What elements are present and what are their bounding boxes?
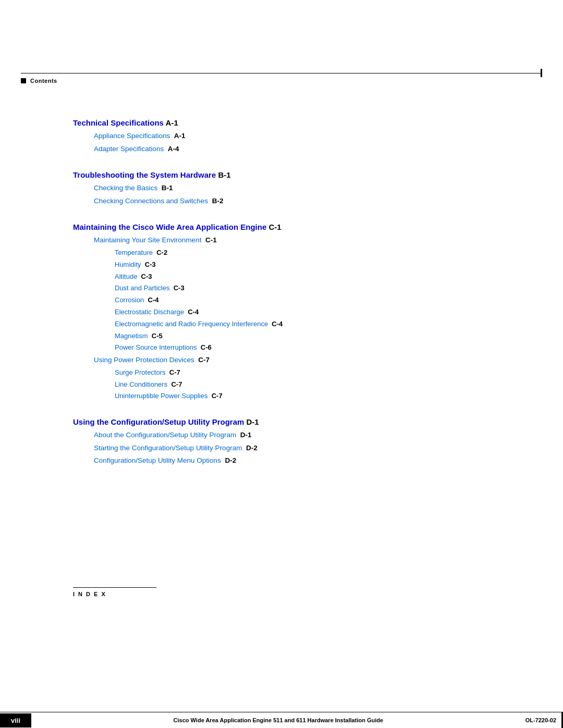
item-surge-protectors[interactable]: Surge Protectors C-7 [115, 367, 490, 378]
page-container: Contents Technical Specifications A-1 Ap… [0, 0, 563, 728]
item-temperature[interactable]: Temperature C-2 [115, 248, 490, 258]
item-magnetism[interactable]: Magnetism C-5 [115, 331, 490, 342]
section-title-maintaining: Maintaining the Cisco Wide Area Applicat… [73, 223, 266, 231]
section-technical-specs[interactable]: Technical Specifications A-1 [73, 118, 490, 127]
index-divider [73, 587, 156, 588]
section-page-troubleshooting: B-1 [218, 170, 230, 179]
section-page-maintaining: C-1 [268, 223, 281, 231]
contents-label: Contents [30, 78, 57, 84]
section-title-technical: Technical Specifications [73, 118, 164, 127]
footer-doc-number: OL-7220-02 [525, 717, 561, 723]
top-rule-area [0, 73, 563, 73]
item-using-power-protection[interactable]: Using Power Protection Devices C-7 [94, 354, 490, 366]
page-number: viii [0, 713, 31, 727]
section-page-technical: A-1 [166, 118, 178, 127]
index-area: I n d e x [0, 587, 563, 597]
item-config-menu-options[interactable]: Configuration/Setup Utility Menu Options… [94, 455, 490, 466]
item-corrosion[interactable]: Corrosion C-4 [115, 295, 490, 306]
top-divider [21, 73, 542, 73]
section-config-setup[interactable]: Using the Configuration/Setup Utility Pr… [73, 417, 490, 426]
item-maintaining-site[interactable]: Maintaining Your Site Environment C-1 [94, 235, 490, 246]
item-appliance-specs[interactable]: Appliance Specifications A-1 [94, 130, 490, 142]
footer-title: Cisco Wide Area Application Engine 511 a… [31, 717, 525, 723]
item-line-conditioners[interactable]: Line Conditioners C-7 [115, 379, 490, 390]
section-title-troubleshooting: Troubleshooting the System Hardware [73, 170, 216, 179]
item-about-config[interactable]: About the Configuration/Setup Utility Pr… [94, 429, 490, 441]
item-humidity[interactable]: Humidity C-3 [115, 260, 490, 270]
section-title-config: Using the Configuration/Setup Utility Pr… [73, 417, 244, 426]
item-checking-basics[interactable]: Checking the Basics B-1 [94, 182, 490, 194]
section-maintaining[interactable]: Maintaining the Cisco Wide Area Applicat… [73, 223, 490, 231]
item-ups[interactable]: Uninterruptible Power Supplies C-7 [115, 391, 490, 402]
item-dust[interactable]: Dust and Particles C-3 [115, 283, 490, 294]
item-checking-connections[interactable]: Checking Connections and Switches B-2 [94, 195, 490, 207]
item-starting-config[interactable]: Starting the Configuration/Setup Utility… [94, 442, 490, 454]
item-electromagnetic[interactable]: Electromagnetic and Radio Frequency Inte… [115, 319, 490, 330]
item-adapter-specs[interactable]: Adapter Specifications A-4 [94, 143, 490, 155]
index-label: I n d e x [73, 591, 490, 597]
item-altitude[interactable]: Altitude C-3 [115, 272, 490, 282]
item-electrostatic[interactable]: Electrostatic Discharge C-4 [115, 307, 490, 318]
page-footer: viii Cisco Wide Area Application Engine … [0, 712, 563, 728]
item-power-source-interruptions[interactable]: Power Source Interruptions C-6 [115, 342, 490, 353]
section-page-config: D-1 [247, 417, 259, 426]
top-right-bar [541, 69, 542, 77]
main-content: Technical Specifications A-1 Appliance S… [0, 88, 563, 566]
section-troubleshooting[interactable]: Troubleshooting the System Hardware B-1 [73, 170, 490, 179]
header-row: Contents [0, 73, 563, 88]
contents-square-icon [21, 78, 26, 83]
